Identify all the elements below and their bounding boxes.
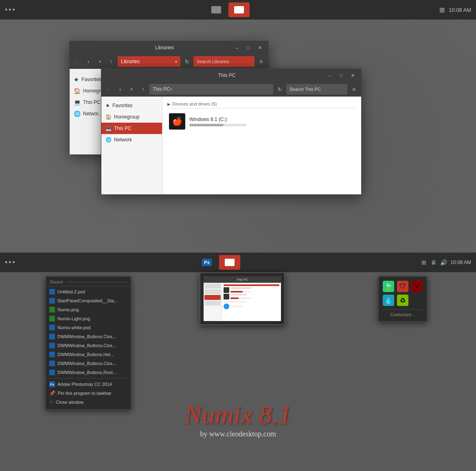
close-window-action[interactable]: ✕ Close window: [46, 398, 131, 407]
recent-item-5[interactable]: DWMWindow_Buttons.Clos...: [46, 332, 131, 341]
drive-name: Windows 8.1 (C:): [189, 117, 355, 122]
explorer-active-icon: [234, 6, 244, 13]
thispc-dropdown-btn[interactable]: ▾: [127, 84, 136, 94]
libraries-menu-btn[interactable]: ≡: [256, 57, 266, 66]
libraries-toolbar: ‹ › ▾ ↑ Libraries ▾ ↻ Search Libraries ≡: [70, 54, 268, 69]
thumb-content: [222, 283, 281, 321]
taskbar-explorer-active-btn[interactable]: [228, 2, 250, 17]
thispc-sidebar-thispc[interactable]: 💻 This PC: [101, 123, 162, 134]
recent-item-label-8: DWMWindow_Buttons.Clos...: [57, 361, 116, 366]
recent-item-label-7: DWMWindow_Buttons.Hel...: [57, 352, 114, 357]
recent-item-3[interactable]: Numix-Light.png: [46, 314, 131, 323]
libraries-address-bar[interactable]: Libraries ▾: [118, 56, 180, 67]
thumb-drive-bar-2: [230, 297, 239, 299]
recent-menu-divider: [46, 378, 131, 379]
thispc-fav-icon: ★: [105, 103, 110, 108]
thumbnail-popup: This PC: [200, 272, 285, 325]
taskbar-right-bottom: ⊞ 🖥 🔊 10:08 AM: [420, 259, 471, 266]
section-triangle-icon: ▶: [167, 102, 171, 106]
photoshop-app-icon: Ps: [49, 381, 55, 387]
thumb-sidebar-item-4: [204, 301, 221, 306]
pin-program-action[interactable]: 📌 Pin this program to taskbar: [46, 389, 131, 398]
thispc-search-bar[interactable]: Search This PC: [286, 84, 347, 95]
file-icon-5: [49, 334, 55, 339]
thispc-maximize-btn[interactable]: □: [336, 71, 347, 80]
taskbar-explorer-btn[interactable]: [206, 2, 227, 17]
libraries-controls: – □ ✕: [232, 43, 265, 52]
recent-item-7[interactable]: DWMWindow_Buttons.Hel...: [46, 350, 131, 359]
file-icon-0: [49, 289, 55, 295]
thispc-sidebar-favorites[interactable]: ★ Favorites: [101, 100, 162, 111]
thispc-sidebar-network[interactable]: 🌐 Network: [101, 134, 162, 145]
tray-app-1[interactable]: 🍃: [383, 281, 394, 292]
thispc-search-text: Search This PC: [290, 87, 321, 92]
recent-divider-line: [66, 282, 127, 282]
thispc-body: ★ Favorites 🏠 Homegroup 💻 This PC 🌐 Netw…: [101, 97, 361, 194]
libraries-refresh-btn[interactable]: ↻: [182, 57, 192, 66]
thispc-minimize-btn[interactable]: –: [325, 71, 335, 80]
clock-bottom: 10:08 AM: [450, 260, 471, 265]
recent-item-label-6: DWMWindow_Buttons.Clos...: [57, 343, 116, 348]
thumb-body: [204, 283, 281, 321]
thumb-sidebar: [204, 283, 222, 321]
thispc-icon: 💻: [74, 99, 81, 106]
pin-label: Pin this program to taskbar: [58, 391, 111, 396]
thispc-up-btn[interactable]: ↑: [138, 84, 148, 94]
thispc-window: This PC – □ ✕ ‹ › ▾ ↑ This PC ▾ ↻ Search…: [101, 68, 362, 195]
thispc-sidebar-homegroup[interactable]: 🏠 Homegroup: [101, 111, 162, 123]
network-icon: 🌐: [74, 110, 81, 117]
libraries-close-btn[interactable]: ✕: [254, 43, 265, 52]
recent-item-9[interactable]: DWMWindow_Buttons.Rest...: [46, 368, 131, 377]
volume-tray-icon: 🔊: [440, 259, 447, 266]
customize-btn[interactable]: Customize...: [383, 312, 423, 317]
thispc-forward-btn[interactable]: ›: [115, 84, 125, 94]
thispc-close-btn[interactable]: ✕: [347, 71, 358, 80]
thispc-refresh-btn[interactable]: ↻: [275, 84, 285, 94]
thispc-fav-label: Favorites: [112, 103, 132, 108]
libraries-maximize-btn[interactable]: □: [243, 43, 254, 52]
thispc-titlebar: This PC – □ ✕: [101, 69, 361, 82]
recent-app-name: Ps Adobe Photoshop CC 2014: [46, 380, 131, 389]
thispc-address-bar[interactable]: This PC ▾: [149, 84, 273, 95]
tray-popup: 🍃 🛡 V 💧 ♻ Customize...: [378, 276, 427, 321]
thumb-network-area: [224, 301, 279, 309]
libraries-minimize-btn[interactable]: –: [232, 43, 242, 52]
recent-item-8[interactable]: DWMWindow_Buttons.Clos...: [46, 359, 131, 368]
tray-app-2[interactable]: 🛡: [397, 281, 408, 292]
thumb-title-text: This PC: [237, 278, 248, 282]
recent-item-0[interactable]: Untitled-2.psd: [46, 287, 131, 296]
file-icon-8: [49, 361, 55, 366]
recent-item-1[interactable]: StartPanelComposited__Sta...: [46, 296, 131, 305]
recent-item-4[interactable]: Numix-white.psd: [46, 323, 131, 332]
libraries-up-btn[interactable]: ↑: [106, 57, 116, 66]
taskbar-photoshop-btn[interactable]: Ps: [196, 255, 217, 270]
thispc-address-text: This PC: [153, 86, 170, 92]
grid-tray-icon: ⊞: [420, 259, 428, 266]
tray-app-3[interactable]: V: [411, 281, 422, 292]
top-half: ••• ⊞ 10:08 AM Libraries – □ ✕ ‹ ›: [0, 0, 476, 253]
recent-item-label-0: Untitled-2.psd: [57, 289, 85, 294]
thumb-drive-bar-bg: [230, 291, 251, 293]
thispc-back-btn[interactable]: ‹: [104, 84, 114, 94]
thispc-pc-icon: 💻: [105, 125, 112, 131]
thispc-menu-btn[interactable]: ≡: [349, 84, 359, 94]
devices-section-label: Devices and drives (5): [172, 101, 217, 106]
thispc-hg-icon: 🏠: [105, 114, 112, 120]
libraries-search-bar[interactable]: Search Libraries: [193, 56, 254, 67]
file-icon-1: [49, 298, 55, 304]
recent-item-2[interactable]: Numix.png: [46, 305, 131, 314]
thumb-drive-icon-2: [224, 294, 229, 299]
drive-item-c[interactable]: 🍎 Windows 8.1 (C:): [167, 112, 356, 131]
taskbar-center-top: [206, 2, 250, 17]
tray-app-5[interactable]: ♻: [397, 295, 408, 306]
thispc-net-icon: 🌐: [105, 137, 112, 143]
taskbar-explorer-bottom-btn[interactable]: [219, 255, 240, 270]
libraries-back-btn[interactable]: ‹: [72, 57, 82, 66]
recent-item-6[interactable]: DWMWindow_Buttons.Clos...: [46, 341, 131, 350]
libraries-dropdown-btn[interactable]: ▾: [95, 57, 105, 66]
libraries-titlebar: Libraries – □ ✕: [70, 41, 268, 54]
libraries-forward-btn[interactable]: ›: [83, 57, 93, 66]
tray-popup-divider: [383, 309, 423, 310]
thumb-titlebar: This PC: [204, 276, 281, 283]
tray-app-4[interactable]: 💧: [383, 295, 394, 306]
